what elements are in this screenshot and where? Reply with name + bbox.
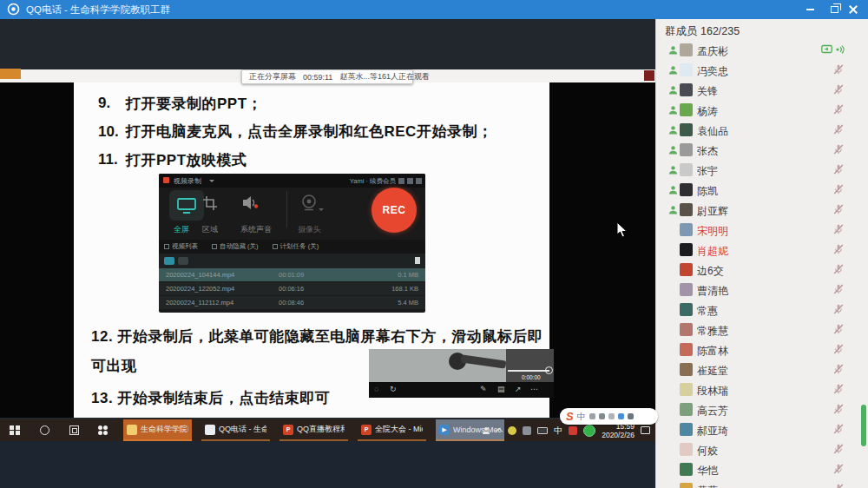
system-sound-button[interactable] [242, 195, 260, 210]
recorder-tab[interactable]: 视频列表 [164, 242, 198, 251]
muted-mic-icon[interactable] [833, 324, 844, 334]
member-row[interactable]: 尉亚辉 [656, 200, 868, 220]
notification-icon[interactable] [641, 426, 650, 434]
member-row[interactable]: 郝亚琦 [656, 419, 868, 439]
member-row[interactable]: 杨涛 [656, 100, 868, 120]
player-pencil-icon[interactable]: ✎ [480, 385, 487, 393]
member-row[interactable]: 陈凯 [656, 180, 868, 200]
muted-mic-icon[interactable] [833, 284, 844, 294]
recorder-tab[interactable]: 自动隐藏 (关) [212, 242, 259, 251]
touch-keyboard-icon[interactable] [537, 427, 548, 434]
muted-mic-icon[interactable] [833, 264, 844, 274]
muted-mic-icon[interactable] [833, 244, 844, 254]
muted-mic-icon[interactable] [833, 144, 844, 155]
sogou-logo-icon[interactable]: S [566, 410, 574, 423]
folder-icon[interactable] [415, 257, 420, 264]
member-row[interactable]: 关锋 [656, 80, 868, 100]
member-row[interactable]: 段林瑞 [656, 379, 868, 399]
start-button[interactable] [0, 419, 30, 441]
muted-mic-icon[interactable] [833, 184, 844, 195]
ime-skin-icon[interactable] [618, 413, 624, 419]
cortana-button[interactable] [30, 419, 59, 441]
member-row[interactable]: 常惠 [656, 300, 868, 320]
wechat-tray-icon[interactable] [583, 425, 595, 437]
list-view-icon[interactable] [178, 257, 188, 265]
muted-mic-icon[interactable] [833, 104, 844, 115]
muted-mic-icon[interactable] [833, 164, 844, 175]
player-progress-knob[interactable] [545, 366, 553, 374]
webcam-button[interactable] [300, 194, 318, 211]
player-pointer-icon[interactable]: ◌ [374, 385, 378, 393]
muted-mic-icon[interactable] [833, 444, 844, 454]
member-row[interactable]: 崔延堂 [656, 359, 868, 379]
muted-mic-icon[interactable] [833, 204, 844, 214]
player-more-icon[interactable]: ⋯ [530, 385, 538, 393]
muted-mic-icon[interactable] [833, 364, 844, 374]
recorder-tab[interactable]: 计划任务 (关) [273, 242, 319, 251]
taskbar-app-button[interactable]: P 全院大会 - Micros... [358, 419, 426, 441]
muted-mic-icon[interactable] [833, 404, 844, 414]
hidden-icons-chevron[interactable] [496, 426, 502, 434]
member-row[interactable]: 陈富林 [656, 340, 868, 359]
minimize-button[interactable] [800, 0, 819, 19]
ime-emoji-icon[interactable] [599, 413, 605, 419]
member-row[interactable]: 张杰 [656, 140, 868, 160]
recorder-menu-icon[interactable] [398, 178, 404, 184]
muted-mic-icon[interactable] [833, 64, 844, 75]
region-record-button[interactable] [202, 195, 218, 211]
player-progress-bar[interactable] [508, 370, 549, 372]
taskbar-app-button[interactable]: QQ电话 - 生命科... [201, 419, 270, 441]
recording-file-row[interactable]: 20200224_112112.mp4 00:08:46 5.4 MB [159, 296, 425, 310]
title-bar[interactable]: QQ电话 - 生命科学学院教职工群 [0, 0, 868, 19]
tray-app-icon-red[interactable] [569, 426, 577, 435]
pinned-app-button[interactable] [89, 419, 118, 441]
player-expand-icon[interactable]: ↗ [515, 385, 522, 393]
muted-mic-icon[interactable] [833, 484, 844, 488]
muted-mic-icon[interactable] [833, 344, 844, 354]
member-row[interactable]: 边6交 [656, 260, 868, 280]
member-row[interactable]: 宋明明 [656, 220, 868, 240]
muted-mic-icon[interactable] [833, 304, 844, 314]
recording-file-row[interactable]: 20200224_122052.mp4 00:06:16 168.1 KB [159, 282, 425, 296]
task-view-button[interactable] [59, 419, 89, 441]
recorder-minimize-icon[interactable] [407, 178, 413, 184]
ime-toolbar[interactable]: S 中 [560, 408, 658, 425]
grid-view-icon[interactable] [164, 257, 174, 265]
member-row[interactable]: 曹清艳 [656, 280, 868, 300]
people-icon[interactable] [482, 426, 490, 435]
member-row[interactable]: 肖超妮 [656, 240, 868, 260]
close-button[interactable] [844, 0, 863, 19]
restore-button[interactable] [825, 0, 844, 19]
screen-share-toolbar[interactable]: 正在分享屏幕 00:59:11 赵英水...等161人正在观看 [241, 69, 413, 84]
taskbar-app-button[interactable]: P QQ直播教程和WP... [279, 419, 348, 441]
member-row[interactable]: 华恺 [656, 459, 868, 479]
members-scrollbar-thumb[interactable] [861, 405, 866, 446]
muted-mic-icon[interactable] [833, 464, 844, 474]
tray-ime-indicator[interactable]: 中 [554, 425, 562, 437]
muted-mic-icon[interactable] [833, 224, 844, 234]
member-row[interactable]: 冯奕忠 [656, 60, 868, 80]
tray-app-icon-yellow[interactable] [508, 426, 516, 435]
rec-record-button[interactable]: REC [372, 188, 417, 233]
recorder-close-icon[interactable] [416, 178, 422, 184]
muted-mic-icon[interactable] [833, 424, 844, 434]
taskbar-app-button[interactable]: 生命科学学院教职... [123, 419, 192, 441]
member-row[interactable]: 黄薇 [656, 479, 868, 488]
member-row[interactable]: 何姣 [656, 439, 868, 459]
member-row[interactable]: 张宇 [656, 160, 868, 180]
ime-toolbox-icon[interactable] [628, 413, 634, 419]
member-row[interactable]: 高云芳 [656, 399, 868, 419]
player-rotate-icon[interactable]: ↻ [390, 385, 397, 393]
recording-file-row[interactable]: 20200224_104144.mp4 00:01:09 0.1 MB [159, 268, 425, 282]
member-row[interactable]: 常雅慧 [656, 320, 868, 340]
muted-mic-icon[interactable] [833, 84, 844, 95]
muted-mic-icon[interactable] [833, 124, 844, 135]
muted-mic-icon[interactable] [833, 384, 844, 394]
fullscreen-record-button[interactable] [169, 190, 204, 221]
ime-mic-icon[interactable] [608, 413, 615, 419]
player-keyboard-icon[interactable]: ▤ [497, 385, 505, 393]
ime-pen-icon[interactable] [589, 413, 595, 419]
member-row[interactable]: 孟庆彬 [656, 40, 868, 60]
member-row[interactable]: 袁仙品 [656, 120, 868, 140]
tray-app-icon-grey[interactable] [523, 426, 531, 435]
